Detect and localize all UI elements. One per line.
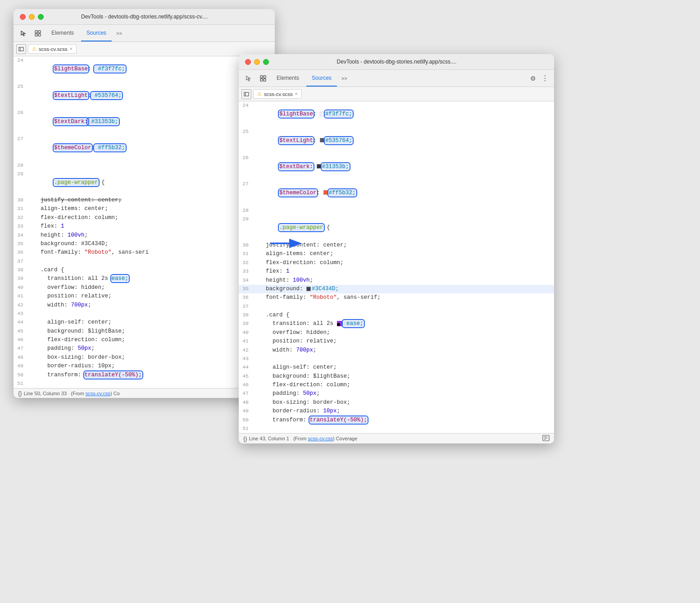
window-title-right: DevTools - devtools-dbg-stories.netlify.… — [245, 59, 548, 65]
curly-braces-left: {} — [18, 390, 22, 397]
code-line-34-left: 34 height: 100vh; — [14, 231, 275, 240]
curly-braces-right: {} — [243, 435, 247, 442]
svg-rect-4 — [19, 47, 23, 51]
code-line-36-left: 36 font-family: "Roboto", sans-seri — [14, 248, 275, 257]
code-line-42-left: 42 width: 700px; — [14, 301, 275, 310]
code-line-41-left: 41 position: relative; — [14, 292, 275, 301]
warning-icon-left: ⚠ — [32, 46, 36, 52]
svg-rect-12 — [244, 92, 249, 96]
tab-elements-right[interactable]: Elements — [271, 70, 305, 87]
title-bar-right: DevTools - devtools-dbg-stories.netlify.… — [239, 54, 554, 70]
file-tab-right[interactable]: ⚠ scss-cv.scss × — [253, 89, 302, 99]
code-line-37-left: 37 — [14, 257, 275, 266]
status-bar-left: {} Line 50, Column 33 (From scss-cv.css)… — [14, 388, 275, 398]
filename-left: scss-cv.scss — [39, 46, 68, 52]
swatch-535764[interactable] — [320, 138, 324, 142]
file-tab-bar-right: ⚠ scss-cv.scss × — [239, 87, 554, 101]
code-area-right: 24 $lightBase: #f3f7fc; 25 $textLight: #… — [239, 101, 554, 433]
tab-sources-right[interactable]: Sources — [306, 70, 337, 87]
swatch-ff5b32[interactable] — [323, 190, 328, 195]
code-line-49-right: 49 border-radius: 10px; — [239, 407, 554, 416]
code-line-36-right: 36 font-family: "Roboto", sans-serif; — [239, 293, 554, 302]
code-line-32-left: 32 flex-direction: column; — [14, 214, 275, 222]
transition-swatch[interactable]: ■ — [337, 321, 342, 326]
arrow-container — [268, 234, 304, 254]
code-line-27-right: 27 $themeColor: #ff5b32; — [239, 180, 554, 206]
code-line-50-right: 50 transform: translateY(-50%); — [239, 416, 554, 425]
code-line-45-right: 45 background: $lightBase; — [239, 372, 554, 381]
tab-bar-right: Elements Sources >> ⚙ ⋮ — [239, 70, 554, 87]
code-line-46-right: 46 flex-direction: column; — [239, 381, 554, 389]
panel-toggle-right[interactable] — [241, 89, 251, 99]
devtools-window-left: DevTools - devtools-dbg-stories.netlify.… — [14, 9, 275, 398]
panel-toggle-left[interactable] — [16, 44, 26, 54]
code-line-43-left: 43 — [14, 310, 275, 318]
code-line-42-right: 42 width: 700px; — [239, 346, 554, 355]
code-line-41-right: 41 position: relative; — [239, 337, 554, 346]
code-line-34-right: 34 height: 100vh; — [239, 276, 554, 285]
cursor-icon[interactable] — [17, 27, 30, 40]
code-line-25-left: 25 $textLight: #535764; — [14, 82, 275, 109]
code-line-51-right: 51 — [239, 425, 554, 433]
status-text-right: Line 43, Column 1 (From scss-cv.css) Cov… — [249, 436, 358, 441]
tab-more-left[interactable]: >> — [114, 29, 125, 38]
code-line-43-right: 43 — [239, 355, 554, 363]
code-line-25-right: 25 $textLight: #535764; — [239, 128, 554, 154]
swatch-3c434d[interactable] — [306, 287, 311, 291]
code-line-50-left: 50 transform: translateY(-50%); — [14, 371, 275, 379]
code-line-39-left: 39 transition: all 2s ease; — [14, 274, 275, 283]
gear-icon-right[interactable]: ⚙ — [528, 73, 538, 84]
inspect-icon-right[interactable] — [257, 72, 269, 85]
code-line-35-left: 35 background: #3C434D; — [14, 240, 275, 248]
title-bar-left: DevTools - devtools-dbg-stories.netlify.… — [14, 9, 275, 25]
svg-rect-2 — [35, 34, 37, 36]
code-line-40-right: 40 overflow: hidden; — [239, 329, 554, 337]
code-line-40-left: 40 overflow: hidden; — [14, 283, 275, 292]
code-line-35-right: 35 background: #3C434D; — [239, 285, 554, 293]
inspect-icon[interactable] — [32, 27, 44, 40]
code-line-26-left: 26 $textDark: #31353b; — [14, 109, 275, 135]
close-tab-right[interactable]: × — [295, 91, 298, 96]
swatch-f3f7fc[interactable] — [320, 112, 324, 116]
code-line-27-left: 27 $themeColor: #ff5b32; — [14, 135, 275, 161]
code-line-31-left: 31 align-items: center; — [14, 205, 275, 213]
source-link-left[interactable]: scss-cv.css — [86, 391, 110, 396]
code-line-26-right: 26 $textDark: #31353b; — [239, 154, 554, 180]
tab-more-right[interactable]: >> — [339, 74, 350, 83]
svg-rect-0 — [35, 31, 37, 33]
filename-right: scss-cv.scss — [264, 91, 293, 97]
status-bar-right: {} Line 43, Column 1 (From scss-cv.css) … — [239, 433, 554, 443]
code-line-38-left: 38 .card { — [14, 266, 275, 274]
code-line-47-left: 47 padding: 50px; — [14, 344, 275, 353]
close-tab-left[interactable]: × — [70, 46, 73, 51]
code-line-32-right: 32 flex-direction: column; — [239, 259, 554, 267]
coverage-icon — [542, 435, 550, 442]
svg-rect-1 — [38, 31, 41, 33]
code-line-47-right: 47 padding: 50px; — [239, 389, 554, 398]
code-line-48-right: 48 box-sizing: border-box; — [239, 398, 554, 407]
code-line-38-right: 38 .card { — [239, 311, 554, 320]
file-tab-left[interactable]: ⚠ scss-cv.scss × — [28, 44, 77, 54]
code-line-28-left: 28 — [14, 161, 275, 170]
code-line-29-left: 29 .page-wrapper { — [14, 170, 275, 196]
code-line-28-right: 28 — [239, 206, 554, 215]
code-line-46-left: 46 flex-direction: column; — [14, 336, 275, 344]
file-tab-bar-left: ⚠ scss-cv.scss × — [14, 42, 275, 56]
swatch-31353b[interactable] — [317, 164, 321, 169]
code-line-44-right: 44 align-self: center; — [239, 363, 554, 372]
status-text-left: Line 50, Column 33 (From scss-cv.css) Co — [24, 391, 120, 396]
dots-icon-right[interactable]: ⋮ — [540, 72, 550, 84]
code-line-49-left: 49 border-radius: 10px; — [14, 362, 275, 370]
code-line-33-right: 33 flex: 1 — [239, 267, 554, 276]
source-link-right[interactable]: scss-cv.css — [308, 436, 333, 441]
tab-elements-left[interactable]: Elements — [46, 25, 79, 41]
code-line-37-right: 37 — [239, 302, 554, 311]
svg-rect-9 — [264, 76, 266, 78]
cursor-icon-right[interactable] — [242, 72, 255, 85]
code-line-24-left: 24 $lightBase: #f3f7fc; — [14, 56, 275, 82]
warning-icon-right: ⚠ — [257, 91, 262, 97]
tab-sources-left[interactable]: Sources — [81, 25, 112, 41]
code-line-39-right: 39 transition: all 2s ■ ease; — [239, 320, 554, 328]
svg-rect-11 — [264, 79, 266, 81]
code-line-45-left: 45 background: $lightBase; — [14, 327, 275, 336]
